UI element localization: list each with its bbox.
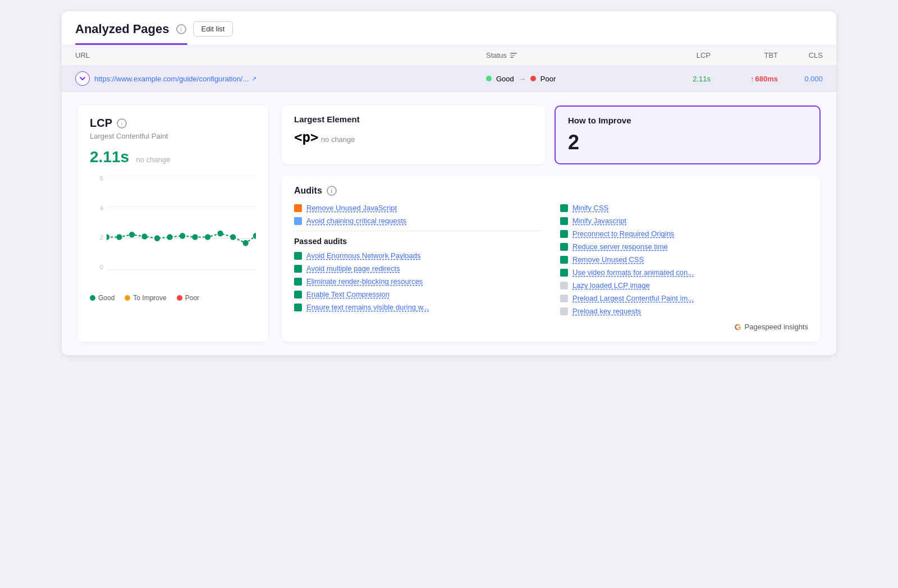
header: Analyzed Pages i Edit list <box>62 11 836 45</box>
table-row: https://www.example.com/guide/configurat… <box>62 66 836 92</box>
largest-element-card: Largest Element <p> no change <box>282 105 546 164</box>
audit-item-remove-js: Remove Unused JavaScript <box>294 204 542 212</box>
audit-icon-server <box>560 243 568 251</box>
audit-icon-lazy <box>560 282 568 290</box>
legend-poor: Poor <box>177 294 199 302</box>
y-label-4: 4 <box>100 205 106 212</box>
audit-icon-compression <box>294 291 302 298</box>
svg-point-14 <box>230 234 236 240</box>
audit-link-preconnect[interactable]: Preconnect to Required Origins <box>572 229 674 238</box>
svg-point-4 <box>107 234 109 240</box>
lcp-chart: 6 4 2 0 <box>90 175 256 287</box>
header-top: Analyzed Pages i Edit list <box>75 21 823 36</box>
audit-link-font[interactable]: Ensure text remains visible during w... <box>306 303 429 311</box>
svg-point-11 <box>192 234 198 240</box>
largest-element-title: Largest Element <box>294 114 533 124</box>
audits-section: Audits i Remove Unused JavaScript <box>282 176 821 342</box>
audit-link-minify-js[interactable]: Minify Javascript <box>572 217 626 225</box>
audits-label: Audits <box>294 186 322 196</box>
audit-item-minify-css: Minify CSS <box>560 204 808 212</box>
svg-point-5 <box>116 234 122 240</box>
y-label-0: 0 <box>100 264 106 270</box>
chart-y-labels: 6 4 2 0 <box>90 175 106 270</box>
largest-element-tag: <p> <box>294 130 318 145</box>
audit-item-preconnect: Preconnect to Required Origins <box>560 229 808 238</box>
svg-point-9 <box>167 234 172 240</box>
header-info-icon[interactable]: i <box>176 24 186 34</box>
audit-item-preload-key: Preload key requests <box>560 307 808 315</box>
svg-point-6 <box>129 232 135 238</box>
audit-item-redirects: Avoid multiple page redirects <box>294 264 542 273</box>
audit-link-minify-css[interactable]: Minify CSS <box>572 204 608 212</box>
chart-svg-wrap <box>107 175 256 270</box>
status-cell: Good → Poor <box>486 75 643 83</box>
svg-point-15 <box>242 240 248 246</box>
lcp-title-row: LCP i <box>90 117 256 130</box>
lcp-value-row: 2.11s no change <box>90 148 256 166</box>
audits-columns: Remove Unused JavaScript Avoid chaining … <box>294 204 808 332</box>
audit-icon-font <box>294 304 302 311</box>
audit-icon-redirects <box>294 265 302 273</box>
row-expand-button[interactable] <box>75 71 90 86</box>
lcp-metric-value: 2.11s <box>90 148 129 166</box>
lcp-info-icon[interactable]: i <box>117 118 127 128</box>
tbt-value: ↑680ms <box>711 75 778 83</box>
audit-link-preload-key[interactable]: Preload key requests <box>572 307 641 315</box>
legend-to-improve: To Improve <box>125 294 166 302</box>
audit-link-video[interactable]: Use video formats for animated con... <box>572 268 694 277</box>
audit-item-video: Use video formats for animated con... <box>560 268 808 277</box>
audit-link-server[interactable]: Reduce server response time <box>572 242 668 251</box>
status-filter-icon[interactable] <box>510 53 517 58</box>
audit-link-network[interactable]: Avoid Enormous Network Payloads <box>306 251 421 260</box>
audit-icon-minify-css <box>560 204 568 212</box>
status-from-dot <box>486 76 492 81</box>
audit-icon-video <box>560 269 568 277</box>
legend-poor-dot <box>177 295 182 301</box>
col-lcp: LCP <box>643 51 711 59</box>
svg-point-10 <box>180 233 185 239</box>
audit-icon-preconnect <box>560 230 568 238</box>
audit-link-redirects[interactable]: Avoid multiple page redirects <box>306 264 400 273</box>
audit-icon-unused-css <box>560 256 568 264</box>
svg-point-7 <box>141 233 147 240</box>
audit-item-minify-js: Minify Javascript <box>560 217 808 225</box>
url-link[interactable]: https://www.example.com/guide/configurat… <box>94 75 256 83</box>
audit-link-unused-css[interactable]: Remove Unused CSS <box>572 255 644 264</box>
svg-point-8 <box>154 235 160 241</box>
audit-icon-render <box>294 278 302 286</box>
audit-link-remove-js[interactable]: Remove Unused JavaScript <box>306 204 397 212</box>
lcp-card: LCP i Largest Contentful Paint 2.11s no … <box>77 105 268 342</box>
table-header: URL Status LCP TBT CLS <box>62 45 836 66</box>
audit-icon-orange <box>294 204 302 212</box>
col-cls: CLS <box>778 51 823 59</box>
url-cell: https://www.example.com/guide/configurat… <box>75 71 486 86</box>
cls-value: 0.000 <box>778 75 823 83</box>
col-tbt: TBT <box>711 51 778 59</box>
audit-link-lazy[interactable]: Lazy loaded LCP image <box>572 281 650 290</box>
audit-link-render[interactable]: Eliminate render-blocking resources <box>306 277 423 286</box>
largest-element-change: no change <box>321 135 355 144</box>
status-to-dot <box>530 76 536 81</box>
edit-list-button[interactable]: Edit list <box>193 21 233 36</box>
audit-item-lazy: Lazy loaded LCP image <box>560 281 808 290</box>
external-link-icon: ↗ <box>251 75 256 82</box>
detail-inner: LCP i Largest Contentful Paint 2.11s no … <box>77 105 821 342</box>
audit-item-network: Avoid Enormous Network Payloads <box>294 251 542 260</box>
audits-right-col: Minify CSS Minify Javascript Preconnect … <box>560 204 808 332</box>
tbt-up-arrow: ↑ <box>750 75 754 83</box>
legend-good: Good <box>90 294 114 302</box>
divider-1 <box>294 231 542 231</box>
audit-item-unused-css: Remove Unused CSS <box>560 255 808 264</box>
audit-item-font: Ensure text remains visible during w... <box>294 303 542 311</box>
audit-link-chain[interactable]: Avoid chaining critical requests <box>306 217 406 225</box>
how-to-improve-card: How to Improve 2 <box>555 105 821 164</box>
main-container: Analyzed Pages i Edit list URL Status LC… <box>62 11 836 355</box>
audit-link-compression[interactable]: Enable Text Compression <box>306 290 390 298</box>
how-to-improve-count: 2 <box>568 131 807 154</box>
audit-link-preload-lcp[interactable]: Preload Largest Contentful Paint im... <box>572 294 694 302</box>
audit-item-render: Eliminate render-blocking resources <box>294 277 542 286</box>
legend-good-dot <box>90 295 95 301</box>
expanded-detail: LCP i Largest Contentful Paint 2.11s no … <box>62 92 836 355</box>
audits-info-icon[interactable]: i <box>327 186 337 196</box>
audit-item-chain: Avoid chaining critical requests <box>294 217 542 225</box>
